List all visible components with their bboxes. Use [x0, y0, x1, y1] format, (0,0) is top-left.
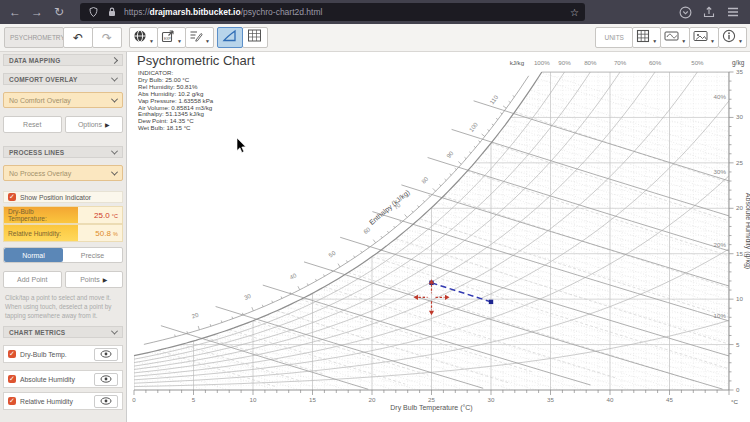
svg-text:Dry Bulb Temperature (°C): Dry Bulb Temperature (°C)	[390, 404, 472, 412]
svg-text:25: 25	[428, 396, 435, 403]
svg-text:20%: 20%	[714, 241, 727, 248]
process-overlay-select[interactable]: No Process Overlay	[3, 165, 123, 181]
svg-text:30: 30	[243, 293, 252, 301]
dry-bulb-row[interactable]: Dry-Bulb Temperature: 25.0 °C	[3, 206, 123, 224]
svg-text:90%: 90%	[558, 59, 571, 66]
table-icon	[247, 28, 262, 47]
svg-text:°C: °C	[731, 398, 738, 405]
lock-icon[interactable]	[105, 5, 119, 19]
metric-row-abs-humidity: ✓ Absolute Humidity	[3, 370, 123, 388]
app-toolbar: PSYCHROMETRY: ↶ ↷ ▼ EXP ▼ ▼	[0, 24, 750, 52]
svg-text:25: 25	[736, 159, 743, 166]
svg-text:kJ/kg: kJ/kg	[510, 59, 525, 66]
edit-data-menu-button[interactable]: ▼	[185, 27, 214, 48]
image-icon	[693, 29, 708, 47]
sidebar: DATA MAPPING COMFORT OVERLAY No Comfort …	[0, 52, 127, 422]
points-button[interactable]: Points▶	[65, 271, 124, 288]
redo-button[interactable]: ↷	[92, 27, 122, 48]
info-icon	[722, 29, 736, 47]
info-button[interactable]: ▼	[718, 27, 747, 48]
table-view-button[interactable]	[242, 27, 268, 48]
reset-button[interactable]: Reset	[3, 116, 62, 133]
svg-text:g/kg: g/kg	[732, 59, 745, 67]
chevron-down-icon	[111, 327, 118, 334]
chart-title: Psychrometric Chart	[137, 53, 255, 68]
chevron-right-icon	[111, 56, 118, 63]
comfort-overlay-select[interactable]: No Comfort Overlay	[3, 92, 123, 108]
grid-icon	[636, 29, 650, 47]
dropdown-caret-icon: ▼	[177, 38, 182, 47]
save-page-icon[interactable]	[702, 5, 716, 19]
forward-icon[interactable]: →	[28, 3, 46, 21]
account-icon[interactable]	[678, 5, 692, 19]
chevron-down-icon	[111, 168, 118, 175]
normal-mode-button[interactable]: Normal	[4, 248, 63, 262]
undo-icon: ↶	[73, 33, 83, 43]
browser-toolbar: ← → ↻ https://drajmarsh.bitbucket.io/psy…	[0, 0, 750, 24]
checkbox-checked-icon[interactable]: ✓	[8, 397, 16, 405]
svg-text:80: 80	[420, 175, 429, 184]
undo-button[interactable]: ↶	[63, 27, 93, 48]
app-title-label: PSYCHROMETRY:	[4, 27, 64, 48]
menu-icon[interactable]	[726, 5, 740, 19]
chart-area: 2030405060708090100110kJ/kgEnthalpy (kJ/…	[128, 52, 750, 422]
indicator-readout: INDICATOR: Dry Bulb: 25.00 °CRel Humidit…	[138, 70, 213, 132]
relative-humidity-row[interactable]: Relative Humidity: 50.8 %	[3, 224, 123, 242]
visibility-button[interactable]	[94, 395, 118, 408]
add-point-button[interactable]: Add Point	[3, 271, 62, 288]
image-export-button[interactable]: ▼	[689, 27, 719, 48]
reload-icon[interactable]: ↻	[50, 3, 68, 21]
section-data-mapping[interactable]: DATA MAPPING	[3, 54, 123, 66]
eye-icon	[100, 350, 112, 358]
svg-text:50%: 50%	[691, 59, 704, 66]
grid-options-button[interactable]: ▼	[632, 27, 661, 48]
overlay-options-button[interactable]: ▼	[660, 27, 690, 48]
options-button[interactable]: Options▶	[65, 116, 124, 133]
url-bar[interactable]: https://drajmarsh.bitbucket.io/psychro-c…	[80, 3, 585, 21]
dropdown-caret-icon: ▼	[681, 38, 686, 47]
checkbox-checked-icon[interactable]: ✓	[8, 193, 16, 201]
svg-text:10: 10	[736, 295, 743, 302]
section-comfort-overlay[interactable]: COMFORT OVERLAY	[3, 73, 123, 85]
svg-text:110: 110	[489, 94, 500, 106]
svg-text:EXP: EXP	[164, 36, 172, 40]
show-position-row[interactable]: ✓ Show Position Indicator	[3, 191, 123, 203]
back-icon[interactable]: ←	[6, 3, 24, 21]
dropdown-caret-icon: ▼	[205, 38, 210, 47]
globe-menu-button[interactable]: ▼	[129, 27, 158, 48]
eye-icon	[100, 375, 112, 383]
checkbox-checked-icon[interactable]: ✓	[8, 375, 16, 383]
help-text: Click/tap a point to select and move it.…	[3, 293, 123, 320]
svg-text:100: 100	[468, 121, 479, 133]
overlay-wave-icon	[664, 29, 679, 47]
app-window: ← → ↻ https://drajmarsh.bitbucket.io/psy…	[0, 0, 750, 422]
svg-text:20: 20	[369, 396, 376, 403]
bookmark-star-icon[interactable]: ☆	[570, 7, 579, 18]
precise-mode-button[interactable]: Precise	[63, 248, 122, 262]
section-process-lines[interactable]: PROCESS LINES	[3, 146, 123, 158]
point-buttons: Add Point Points▶	[3, 271, 123, 288]
relative-humidity-chip: Relative Humidity:	[4, 225, 78, 241]
svg-text:60%: 60%	[649, 59, 662, 66]
triangle-right-icon: ▶	[103, 276, 108, 283]
svg-text:40%: 40%	[714, 93, 727, 100]
svg-text:15: 15	[736, 250, 743, 257]
svg-text:5: 5	[736, 341, 740, 348]
shield-icon[interactable]	[86, 5, 100, 19]
visibility-button[interactable]	[94, 373, 118, 386]
svg-text:0: 0	[132, 396, 136, 403]
units-button[interactable]: UNITS	[595, 27, 633, 48]
psychrometric-chart[interactable]: 2030405060708090100110kJ/kgEnthalpy (kJ/…	[128, 52, 750, 422]
visibility-button[interactable]	[94, 348, 118, 361]
svg-text:50: 50	[328, 249, 337, 258]
svg-text:30%: 30%	[714, 168, 727, 175]
export-icon: EXP	[161, 29, 175, 47]
export-menu-button[interactable]: EXP ▼	[157, 27, 186, 48]
svg-text:10%: 10%	[714, 312, 727, 319]
checkbox-checked-icon[interactable]: ✓	[8, 350, 16, 358]
dropdown-caret-icon: ▼	[710, 38, 715, 47]
dry-bulb-value: 25.0 °C	[94, 211, 122, 220]
section-chart-metrics[interactable]: CHART METRICS	[3, 326, 123, 338]
chart-view-button[interactable]	[217, 27, 243, 48]
globe-icon	[133, 29, 147, 47]
